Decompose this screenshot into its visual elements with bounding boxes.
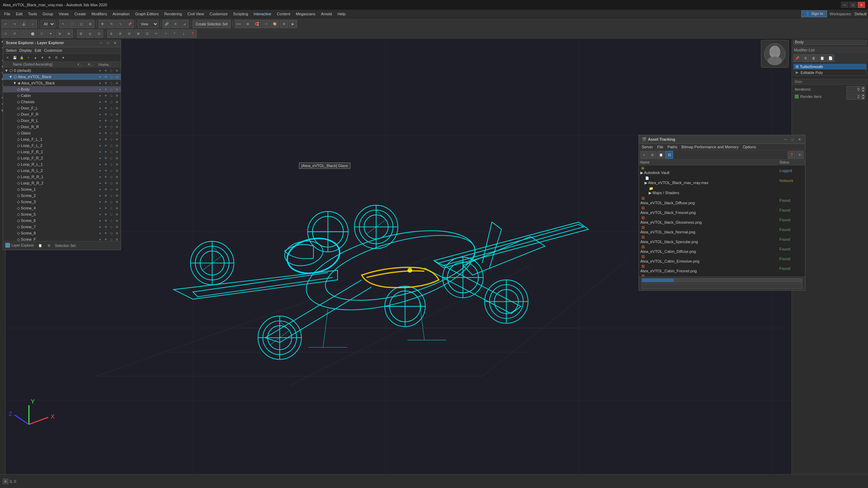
at-tb-help[interactable]: ❓ bbox=[788, 151, 795, 159]
tb2-snap3[interactable]: ⊡ bbox=[95, 30, 103, 38]
rp-iterations-input[interactable] bbox=[846, 86, 860, 92]
at-menu-options[interactable]: Options bbox=[743, 145, 756, 149]
align-button[interactable]: ⊣ bbox=[262, 20, 270, 28]
at-close-button[interactable]: ✕ bbox=[797, 137, 802, 142]
tb2-extra8[interactable]: ⊤ bbox=[170, 30, 179, 38]
rp-delete-button[interactable]: 🗑 bbox=[810, 54, 818, 62]
menu-content[interactable]: Content bbox=[274, 11, 293, 17]
material-editor-button[interactable]: 🎨 bbox=[271, 20, 279, 28]
se-item-loop_f_r_2[interactable]: ◇ Loop_F_R_2 ● ❄ ◻ ⊞ bbox=[3, 155, 121, 161]
at-menu-paths[interactable]: Paths bbox=[667, 145, 677, 149]
menu-interactive[interactable]: Interactive bbox=[251, 11, 274, 17]
at-menu-bitmap[interactable]: Bitmap Performance and Memory bbox=[681, 145, 738, 149]
rp-renderiters-input[interactable] bbox=[846, 93, 860, 100]
filter-dropdown[interactable]: All bbox=[41, 20, 55, 28]
select-all-button[interactable]: ⊞ bbox=[86, 20, 95, 28]
se-footer-btn1[interactable]: 📋 bbox=[37, 242, 43, 249]
at-item-atea_evtol_cabin_emissive-png[interactable]: 🖼Atea_eVTOL_Cabin_Emissive.png Found bbox=[639, 254, 805, 264]
at-item-autodesk-vault[interactable]: 🏛▶ Autodesk Vault Logged bbox=[639, 165, 805, 175]
rp-paste-button[interactable]: 📄 bbox=[827, 54, 834, 62]
se-tb-gear[interactable]: ⚙ bbox=[53, 55, 59, 61]
select-region-button[interactable]: ⬚ bbox=[68, 20, 76, 28]
se-footer-btn2[interactable]: ⊞ bbox=[46, 242, 52, 249]
menu-help[interactable]: Help bbox=[335, 11, 348, 17]
se-tb-eye[interactable]: 👁 bbox=[46, 55, 52, 61]
tb2-snap2[interactable]: ◎ bbox=[86, 30, 94, 38]
at-tb-grid[interactable]: ⊞ bbox=[649, 151, 656, 159]
tb2-extra4[interactable]: ⊠ bbox=[134, 30, 143, 38]
at-item-atea_evtol_black_max_vray-max[interactable]: 📄▶ Atea_eVTOL_Black_max_vray.max Network bbox=[639, 175, 805, 185]
menu-edit[interactable]: Edit bbox=[13, 11, 25, 17]
at-menu-server[interactable]: Server bbox=[642, 145, 653, 149]
at-tb-details[interactable]: 📋 bbox=[657, 151, 665, 159]
tb2-extra1[interactable]: ⊚ bbox=[107, 30, 115, 38]
se-maximize-button[interactable]: □ bbox=[105, 40, 111, 46]
menu-customize[interactable]: Customize bbox=[207, 11, 230, 17]
rp-iterations-up[interactable]: ▲ bbox=[861, 86, 865, 89]
window-crossing-button[interactable]: ◱ bbox=[77, 20, 86, 28]
fetch-button[interactable]: ⌂ bbox=[29, 20, 37, 28]
rp-copy-button[interactable]: 📋 bbox=[818, 54, 826, 62]
se-item-screw_f[interactable]: ◇ Screw_F ● ❄ ◻ ⊞ bbox=[3, 236, 121, 241]
se-item-door_r_r[interactable]: ◇ Door_R_R ● ❄ ◻ ⊞ bbox=[3, 124, 121, 130]
rp-iterations-down[interactable]: ▼ bbox=[861, 89, 865, 92]
se-item-loop_r_r_1[interactable]: ◇ Loop_R_R_1 ● ❄ ◻ ⊞ bbox=[3, 174, 121, 180]
select-object-button[interactable]: ↖ bbox=[59, 20, 67, 28]
tb2-btn-5[interactable]: ⬡ bbox=[38, 30, 46, 38]
menu-animation[interactable]: Animation bbox=[110, 11, 132, 17]
se-item-screw_7[interactable]: ◇ Screw_7 ● ❄ ◻ ⊞ bbox=[3, 224, 121, 230]
rp-renderiters-up[interactable]: ▲ bbox=[861, 93, 865, 97]
se-item-atea_evtol_black[interactable]: ▼ ◈ Atea_eVTOL_Black ● ❄ ◻ ⊞ bbox=[3, 80, 121, 86]
minimize-button[interactable]: ─ bbox=[841, 2, 849, 8]
at-menu-file[interactable]: File bbox=[657, 145, 663, 149]
se-item-loop_f_l_1[interactable]: ◇ Loop_F_L_1 ● ❄ ◻ ⊞ bbox=[3, 136, 121, 142]
tb2-btn-3[interactable]: ⬛ bbox=[19, 30, 28, 38]
tb2-btn-4[interactable]: ⬤ bbox=[29, 30, 37, 38]
menu-megascans[interactable]: Megascans bbox=[293, 11, 318, 17]
menu-tools[interactable]: Tools bbox=[25, 11, 40, 17]
at-item-atea_evtol_black_normal-png[interactable]: 🖼Atea_eVTOL_black_Normal.png Found bbox=[639, 225, 805, 234]
rp-settings-button[interactable]: ⚙ bbox=[802, 54, 809, 62]
at-item-atea_evtol_black_diffuse-png[interactable]: 🖼Atea_eVTOL_black_Diffuse.png Found bbox=[639, 196, 805, 205]
tb2-snap1[interactable]: ⊞ bbox=[77, 30, 85, 38]
menu-views[interactable]: Views bbox=[56, 11, 72, 17]
at-tb-list[interactable]: ≡ bbox=[640, 151, 648, 159]
se-item-loop_f_l_2[interactable]: ◇ Loop_F_L_2 ● ❄ ◻ ⊞ bbox=[3, 142, 121, 149]
at-item-atea_evtol_cabin_fresnel-png[interactable]: 🖼Atea_eVTOL_Cabin_Fresnel.png Found bbox=[639, 264, 805, 273]
tb2-extra6[interactable]: ⊢ bbox=[152, 30, 161, 38]
se-item-door_f_r[interactable]: ◇ Door_F_R ● ❄ ◻ ⊞ bbox=[3, 111, 121, 117]
se-tb-add[interactable]: + bbox=[25, 55, 32, 61]
se-item-cabin[interactable]: ◇ Cabin ● ❄ ◻ ⊞ bbox=[3, 92, 121, 99]
at-minimize-button[interactable]: ─ bbox=[783, 137, 788, 142]
maximize-button[interactable]: □ bbox=[849, 2, 857, 8]
se-item-loop_r_l_1[interactable]: ◇ Loop_R_L_1 ● ❄ ◻ ⊞ bbox=[3, 161, 121, 167]
bind-space-warp-button[interactable]: ≋ bbox=[171, 20, 180, 28]
snap-toggle-button[interactable]: 🧲 bbox=[253, 20, 261, 28]
se-minimize-button[interactable]: ─ bbox=[98, 40, 104, 46]
at-item-atea_evtol_black_specular-png[interactable]: 🖼Atea_eVTOL_black_Specular.png Found bbox=[639, 234, 805, 244]
se-item-glass[interactable]: ◇ Glass ● ❄ ◻ ⊞ bbox=[3, 130, 121, 136]
se-tb-up[interactable]: ▲ bbox=[32, 55, 39, 61]
se-tb-save[interactable]: 💾 bbox=[11, 55, 18, 61]
tb2-btn-6[interactable]: ✦ bbox=[47, 30, 55, 38]
se-item-chassis[interactable]: ◇ Chassis ● ❄ ◻ ⊞ bbox=[3, 99, 121, 105]
tb2-btn-2[interactable]: ↺ bbox=[10, 30, 19, 38]
hierarchy-button[interactable]: ⊿ bbox=[180, 20, 189, 28]
se-close-button[interactable]: ✕ bbox=[112, 40, 118, 46]
tb2-extra10[interactable]: ❓ bbox=[188, 30, 197, 38]
view-dropdown[interactable]: View bbox=[138, 20, 159, 28]
menu-civil-view[interactable]: Civil View bbox=[185, 11, 206, 17]
menu-scripting[interactable]: Scripting bbox=[230, 11, 251, 17]
se-item-door_f_l[interactable]: ◇ Door_F_L ● ❄ ◻ ⊞ bbox=[3, 105, 121, 111]
close-button[interactable]: ✕ bbox=[858, 2, 865, 8]
se-item-screw_8[interactable]: ◇ Screw_8 ● ❄ ◻ ⊞ bbox=[3, 230, 121, 236]
rotate-button[interactable]: ↻ bbox=[107, 20, 116, 28]
at-content[interactable]: 🏛▶ Autodesk Vault Logged 📄▶ Atea_eVTOL_B… bbox=[639, 165, 805, 276]
status-icon-button[interactable]: ⊕ bbox=[3, 479, 8, 484]
redo-button[interactable]: ↪ bbox=[10, 20, 19, 28]
rp-mod-editablepoly[interactable]: ▶ Editable Poly bbox=[794, 69, 866, 75]
move-button[interactable]: ✥ bbox=[98, 20, 107, 28]
se-item-screw_6[interactable]: ◇ Screw_6 ● ❄ ◻ ⊞ bbox=[3, 217, 121, 224]
se-item-screw_4[interactable]: ◇ Screw_4 ● ❄ ◻ ⊞ bbox=[3, 205, 121, 211]
tb2-extra3[interactable]: ⊟ bbox=[125, 30, 133, 38]
